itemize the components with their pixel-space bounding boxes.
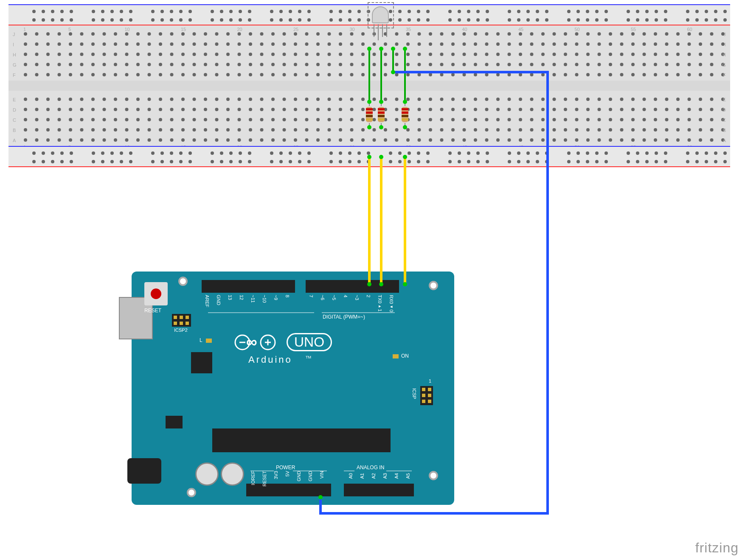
svg-point-130 [46, 32, 50, 36]
svg-point-10 [92, 10, 95, 13]
svg-point-734 [688, 138, 691, 142]
svg-point-82 [517, 10, 520, 13]
svg-point-843 [576, 160, 580, 163]
svg-point-349 [530, 73, 534, 76]
svg-point-819 [426, 160, 430, 163]
svg-point-468 [91, 128, 95, 132]
svg-point-579 [339, 138, 342, 142]
svg-point-69 [426, 18, 430, 22]
svg-point-356 [553, 42, 556, 46]
svg-point-554 [283, 138, 286, 142]
atmega-chip [212, 428, 391, 452]
resistor-3[interactable] [402, 104, 408, 125]
svg-point-142 [69, 53, 72, 56]
svg-point-505 [181, 98, 185, 101]
svg-point-588 [361, 128, 365, 132]
resistor-1[interactable] [366, 104, 373, 125]
power-header[interactable] [246, 484, 331, 496]
svg-point-322 [474, 53, 477, 56]
svg-point-165 [125, 32, 129, 36]
svg-point-735 [699, 98, 702, 101]
svg-point-520 [215, 98, 219, 101]
svg-point-678 [564, 128, 567, 132]
analog-header[interactable] [344, 484, 414, 496]
svg-point-268 [350, 63, 354, 66]
svg-point-380 [609, 32, 612, 36]
svg-point-656 [519, 108, 522, 111]
svg-point-660 [530, 98, 534, 101]
svg-point-820 [448, 151, 452, 155]
svg-point-421 [699, 42, 702, 46]
svg-point-665 [541, 98, 545, 101]
svg-point-599 [384, 138, 387, 142]
svg-point-771 [151, 160, 155, 163]
resistor-2[interactable] [378, 104, 385, 125]
svg-point-793 [279, 160, 283, 163]
svg-point-113 [695, 18, 699, 22]
svg-point-512 [193, 118, 196, 121]
svg-point-595 [384, 98, 387, 101]
svg-point-224 [249, 73, 252, 76]
svg-point-191 [181, 42, 185, 46]
svg-point-804 [348, 151, 351, 155]
svg-point-251 [316, 42, 320, 46]
digital-header-left[interactable] [202, 280, 295, 293]
svg-point-707 [631, 118, 635, 121]
svg-point-787 [239, 160, 242, 163]
svg-point-483 [125, 128, 129, 132]
svg-point-173 [136, 63, 140, 66]
svg-point-724 [665, 138, 669, 142]
svg-point-475 [114, 98, 117, 101]
reset-button[interactable] [144, 282, 168, 305]
rgb-led[interactable] [372, 6, 392, 27]
svg-point-243 [294, 63, 297, 66]
svg-point-358 [553, 63, 556, 66]
svg-point-219 [238, 73, 241, 76]
svg-point-431 [721, 42, 725, 46]
svg-point-540 [260, 98, 264, 101]
svg-point-394 [631, 73, 635, 76]
svg-point-151 [91, 42, 95, 46]
svg-point-543 [260, 128, 264, 132]
svg-point-440 [35, 98, 39, 101]
svg-point-178 [148, 63, 151, 66]
svg-point-405 [665, 32, 669, 36]
svg-point-420 [699, 32, 702, 36]
svg-point-90 [567, 10, 571, 13]
svg-point-641 [485, 108, 489, 111]
svg-point-206 [215, 42, 219, 46]
svg-point-497 [159, 118, 162, 121]
svg-point-260 [339, 32, 342, 36]
breadboard-main-top: 151015202530354045505560 JJIIHHGGFF EEDD… [8, 25, 730, 146]
svg-point-64 [408, 10, 411, 13]
svg-point-810 [389, 151, 392, 155]
svg-point-213 [226, 63, 230, 66]
svg-point-384 [609, 73, 612, 76]
svg-point-122 [24, 53, 27, 56]
svg-point-304 [429, 73, 432, 76]
svg-point-567 [316, 118, 320, 121]
svg-point-412 [676, 53, 680, 56]
svg-point-276 [373, 42, 376, 46]
svg-point-837 [536, 160, 539, 163]
svg-point-293 [406, 63, 410, 66]
svg-point-565 [316, 98, 320, 101]
svg-point-116 [714, 10, 717, 13]
svg-point-13 [101, 18, 104, 22]
svg-point-7 [60, 18, 64, 22]
svg-point-557 [294, 118, 297, 121]
svg-point-236 [283, 42, 286, 46]
svg-point-43 [279, 18, 283, 22]
svg-point-828 [486, 151, 489, 155]
svg-point-30 [211, 10, 214, 13]
svg-point-415 [688, 32, 691, 36]
digital-header-right[interactable] [306, 280, 399, 293]
svg-point-851 [627, 160, 630, 163]
svg-point-729 [676, 138, 680, 142]
arduino-uno[interactable]: RESET ICSP2 AREFGND1312~11~10~987~6~54~3… [132, 272, 454, 505]
svg-point-127 [35, 53, 39, 56]
svg-point-85 [526, 18, 530, 22]
svg-point-279 [373, 73, 376, 76]
svg-point-466 [91, 108, 95, 111]
svg-point-87 [536, 18, 539, 22]
